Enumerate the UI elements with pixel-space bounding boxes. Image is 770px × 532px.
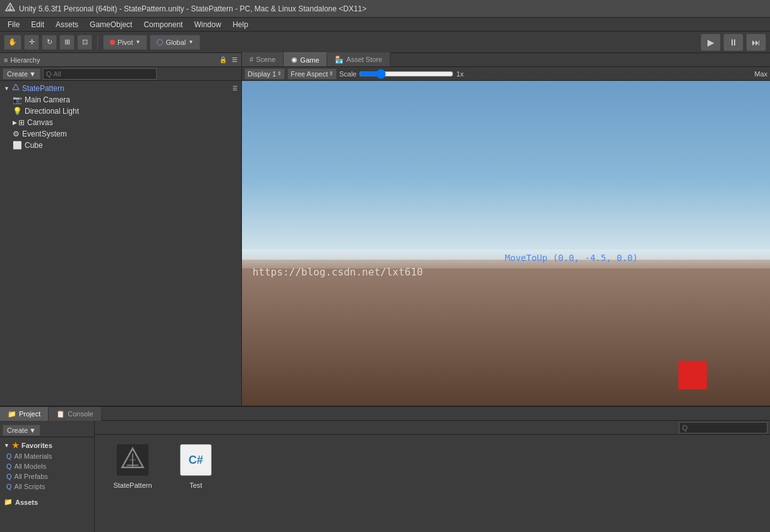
tab-scene[interactable]: # Scene <box>242 52 284 66</box>
eventsystem-label: EventSystem <box>22 130 67 138</box>
hierarchy-toolbar: Create ▼ <box>0 67 241 81</box>
assetstore-tab-label: Asset Store <box>346 56 382 63</box>
fav-scripts-label: All Scripts <box>15 483 45 490</box>
tab-console[interactable]: 📋 Console <box>49 407 101 421</box>
scale-value: 1x <box>456 70 464 78</box>
star-icon: ★ <box>12 441 19 450</box>
fav-item-all-materials[interactable]: Q All Materials <box>4 451 90 461</box>
tab-assetstore[interactable]: 🏪 Asset Store <box>327 52 390 66</box>
favorites-label: Favorites <box>21 442 52 449</box>
scale-bar: Scale 1x <box>339 70 464 78</box>
statepattern-unity-icon <box>12 83 20 93</box>
favorites-arrow-icon: ▼ <box>4 442 9 449</box>
main-camera-label: Main Camera <box>25 95 70 104</box>
project-tab-icon: 📁 <box>8 410 16 418</box>
global-button[interactable]: Global ▼ <box>150 35 200 50</box>
aspect-dropdown[interactable]: Free Aspect ⇕ <box>287 68 337 80</box>
max-label[interactable]: Max <box>754 70 767 78</box>
assetstore-tab-icon: 🏪 <box>335 56 344 64</box>
hierarchy-lock-icon[interactable]: 🔒 <box>219 56 227 63</box>
pivot-arrow-icon: ▼ <box>135 39 140 45</box>
content-area: ≡ Hierarchy 🔒 ☰ Create ▼ ▼ <box>0 53 770 406</box>
project-assets-content: StatePattern C# Test <box>95 435 770 532</box>
game-background: MoveToUp (0.0, -4.5, 0.0) https://blog.c… <box>242 81 770 406</box>
display-dropdown[interactable]: Display 1 ⇕ <box>244 68 285 80</box>
favorites-section: ▼ ★ Favorites Q All Materials Q All Mode… <box>0 437 94 494</box>
play-button[interactable]: ▶ <box>701 33 721 51</box>
hierarchy-create-button[interactable]: Create ▼ <box>3 68 40 80</box>
hierarchy-menu-icon[interactable]: ☰ <box>232 56 238 63</box>
display-label: Display 1 <box>248 70 276 78</box>
fav-item-all-scripts[interactable]: Q All Scripts <box>4 481 90 492</box>
hierarchy-item-canvas[interactable]: ▶ ⊞ Canvas <box>0 117 241 128</box>
fav-item-all-models[interactable]: Q All Models <box>4 461 90 471</box>
hierarchy-item-maincamera[interactable]: 📷 Main Camera <box>0 94 241 106</box>
cube-label: Cube <box>25 141 43 150</box>
console-tab-label: Console <box>68 410 93 418</box>
asset-test[interactable]: C# Test <box>171 441 221 489</box>
menu-component[interactable]: Component <box>138 19 188 30</box>
scale-slider[interactable] <box>359 71 454 77</box>
url-label: https://blog.csdn.net/lxt610 <box>253 266 423 278</box>
assets-folder-icon: 📁 <box>4 498 13 506</box>
hand-tool-button[interactable]: ✋ <box>4 35 21 50</box>
test-asset-icon: C# <box>177 441 215 479</box>
menu-assets[interactable]: Assets <box>51 19 83 30</box>
favorites-title: ▼ ★ Favorites <box>4 440 90 451</box>
hierarchy-item-eventsystem[interactable]: ⚙ EventSystem <box>0 128 241 140</box>
fav-item-all-prefabs[interactable]: Q All Prefabs <box>4 471 90 481</box>
move-to-up-label: MoveToUp (0.0, -4.5, 0.0) <box>505 253 638 263</box>
hierarchy-search-input[interactable] <box>43 68 157 80</box>
red-cube <box>678 361 707 389</box>
search-icon-models: Q <box>6 462 12 470</box>
eventsystem-icon: ⚙ <box>13 130 20 138</box>
console-tab-icon: 📋 <box>56 410 65 418</box>
fav-prefabs-label: All Prefabs <box>15 473 48 480</box>
canvas-label: Canvas <box>27 118 53 127</box>
pause-button[interactable]: ⏸ <box>723 33 743 51</box>
menu-edit[interactable]: Edit <box>26 19 49 30</box>
aspect-label: Free Aspect <box>291 70 328 78</box>
tab-project[interactable]: 📁 Project <box>0 407 49 421</box>
title-text: Unity 5.6.3f1 Personal (64bit) - StatePa… <box>19 4 366 13</box>
menu-window[interactable]: Window <box>189 19 226 30</box>
hierarchy-icon: ≡ <box>4 56 8 64</box>
project-create-button[interactable]: Create ▼ <box>3 425 40 436</box>
play-controls: ▶ ⏸ ⏭ <box>701 33 766 51</box>
project-search-input[interactable] <box>679 422 767 433</box>
hierarchy-item-cube[interactable]: ⬜ Cube <box>0 140 241 151</box>
search-icon-materials: Q <box>6 452 12 460</box>
main-layout: ≡ Hierarchy 🔒 ☰ Create ▼ ▼ <box>0 53 770 532</box>
hierarchy-header: ≡ Hierarchy 🔒 ☰ <box>0 53 241 67</box>
assets-folder-title[interactable]: 📁 Assets <box>4 497 90 507</box>
rect-tool-button[interactable]: ⊡ <box>77 35 92 50</box>
directional-light-label: Directional Light <box>25 107 79 116</box>
step-button[interactable]: ⏭ <box>746 33 766 51</box>
assets-folder-section: 📁 Assets <box>0 494 94 510</box>
bottom-content: Create ▼ ▼ ★ Favorites Q All Materials <box>0 421 770 532</box>
pivot-button[interactable]: Pivot ▼ <box>103 35 147 50</box>
hierarchy-item-directionallight[interactable]: 💡 Directional Light <box>0 106 241 117</box>
game-toolbar: Display 1 ⇕ Free Aspect ⇕ Scale 1x Max <box>242 67 770 81</box>
title-bar: Unity 5.6.3f1 Personal (64bit) - StatePa… <box>0 0 770 18</box>
asset-statepattern[interactable]: StatePattern <box>107 441 158 489</box>
pivot-label: Pivot <box>117 39 133 46</box>
search-icon-prefabs: Q <box>6 473 12 480</box>
tab-game[interactable]: ◉ Game <box>284 52 327 66</box>
move-tool-button[interactable]: ✛ <box>24 35 39 50</box>
rotate-tool-button[interactable]: ↻ <box>42 35 57 50</box>
global-label: Global <box>165 39 186 46</box>
statepattern-asset-label: StatePattern <box>113 481 152 489</box>
project-tab-label: Project <box>19 410 40 418</box>
statepattern-asset-icon <box>114 441 152 479</box>
scale-tool-button[interactable]: ⊞ <box>59 35 75 50</box>
hierarchy-item-statepattern[interactable]: ▼ StatePattern ☰ <box>0 82 241 94</box>
menu-help[interactable]: Help <box>227 19 253 30</box>
canvas-arrow-icon: ▶ <box>13 119 17 126</box>
menu-gameobject[interactable]: GameObject <box>85 19 137 30</box>
scene-tab-icon: # <box>250 56 253 63</box>
menu-file[interactable]: File <box>3 19 25 30</box>
unity-logo-icon <box>5 3 15 15</box>
hierarchy-title: Hierarchy <box>10 56 40 64</box>
svg-marker-3 <box>13 84 19 90</box>
